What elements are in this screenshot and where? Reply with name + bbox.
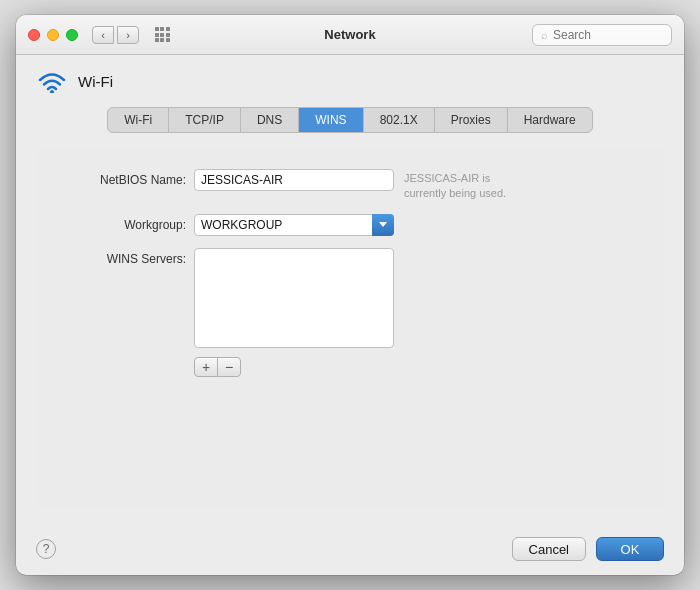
add-remove-buttons: + −	[194, 357, 241, 377]
tab-hardware[interactable]: Hardware	[508, 108, 592, 132]
tab-proxies[interactable]: Proxies	[435, 108, 508, 132]
wifi-icon	[36, 69, 68, 93]
wins-servers-row: WINS Servers: + −	[56, 248, 644, 377]
maximize-button[interactable]	[66, 29, 78, 41]
netbios-control: JESSICAS-AIR is currently being used.	[194, 169, 644, 202]
ok-button[interactable]: OK	[596, 537, 664, 561]
add-server-button[interactable]: +	[194, 357, 218, 377]
back-button[interactable]: ‹	[92, 26, 114, 44]
workgroup-control: WORKGROUP	[194, 214, 644, 236]
tab-wins[interactable]: WINS	[299, 108, 363, 132]
netbios-hint: JESSICAS-AIR is currently being used.	[404, 169, 534, 202]
minimize-button[interactable]	[47, 29, 59, 41]
tab-dns[interactable]: DNS	[241, 108, 299, 132]
netbios-row: NetBIOS Name: JESSICAS-AIR is currently …	[56, 169, 644, 202]
traffic-lights	[28, 29, 78, 41]
search-icon: ⌕	[541, 29, 548, 41]
network-window: ‹ › Network ⌕	[16, 15, 684, 575]
window-title: Network	[324, 27, 375, 42]
tabs-bar: Wi-Fi TCP/IP DNS WINS 802.1X Proxies Har…	[107, 107, 592, 133]
workgroup-label: Workgroup:	[56, 214, 186, 232]
close-button[interactable]	[28, 29, 40, 41]
nav-buttons: ‹ ›	[92, 26, 139, 44]
tab-8021x[interactable]: 802.1X	[364, 108, 435, 132]
netbios-label: NetBIOS Name:	[56, 169, 186, 187]
wins-servers-control	[194, 248, 394, 351]
grid-button[interactable]	[149, 26, 175, 44]
remove-server-button[interactable]: −	[217, 357, 241, 377]
wifi-header: Wi-Fi	[36, 69, 664, 93]
forward-button[interactable]: ›	[117, 26, 139, 44]
wifi-label: Wi-Fi	[78, 73, 113, 90]
search-input[interactable]	[553, 28, 663, 42]
tab-tcpip[interactable]: TCP/IP	[169, 108, 241, 132]
content-area: Wi-Fi Wi-Fi TCP/IP DNS WINS 802.1X Proxi…	[16, 55, 684, 525]
form-panel: NetBIOS Name: JESSICAS-AIR is currently …	[36, 149, 664, 509]
workgroup-select-wrapper: WORKGROUP	[194, 214, 394, 236]
grid-icon	[155, 27, 170, 42]
wins-servers-label: WINS Servers:	[56, 248, 186, 266]
action-buttons: Cancel OK	[512, 537, 664, 561]
cancel-button[interactable]: Cancel	[512, 537, 586, 561]
bottom-bar: ? Cancel OK	[16, 525, 684, 575]
help-icon: ?	[43, 542, 50, 556]
forward-icon: ›	[126, 29, 130, 41]
wins-servers-input[interactable]	[194, 248, 394, 348]
titlebar: ‹ › Network ⌕	[16, 15, 684, 55]
workgroup-select[interactable]: WORKGROUP	[194, 214, 394, 236]
svg-point-0	[50, 90, 54, 93]
workgroup-row: Workgroup: WORKGROUP	[56, 214, 644, 236]
tab-wifi[interactable]: Wi-Fi	[108, 108, 169, 132]
help-button[interactable]: ?	[36, 539, 56, 559]
back-icon: ‹	[101, 29, 105, 41]
search-box[interactable]: ⌕	[532, 24, 672, 46]
netbios-input[interactable]	[194, 169, 394, 191]
